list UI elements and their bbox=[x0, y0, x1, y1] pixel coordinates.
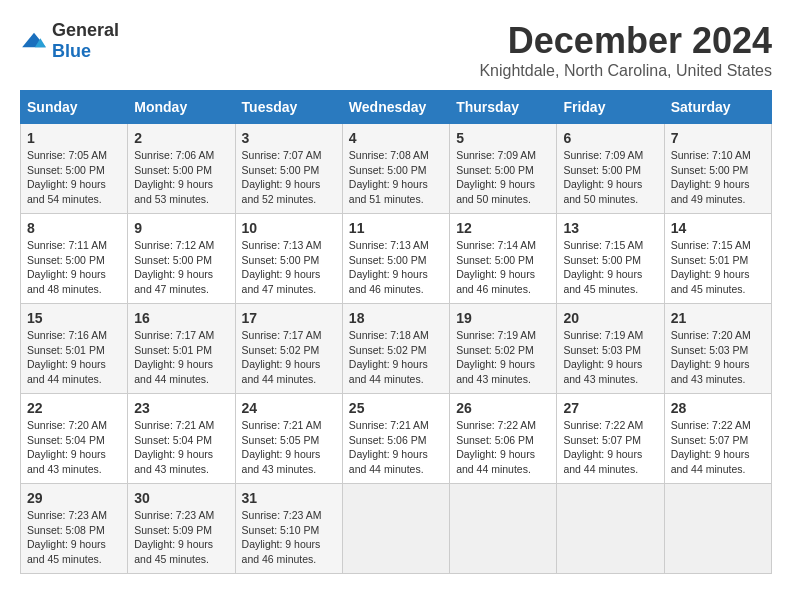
sunset-label: Sunset: 5:00 PM bbox=[671, 164, 749, 176]
sunset-label: Sunset: 5:00 PM bbox=[27, 164, 105, 176]
table-row: 7 Sunrise: 7:10 AM Sunset: 5:00 PM Dayli… bbox=[664, 124, 771, 214]
table-row: 29 Sunrise: 7:23 AM Sunset: 5:08 PM Dayl… bbox=[21, 484, 128, 574]
cell-info: Sunrise: 7:17 AM Sunset: 5:02 PM Dayligh… bbox=[242, 328, 336, 387]
sunset-label: Sunset: 5:06 PM bbox=[349, 434, 427, 446]
col-saturday: Saturday bbox=[664, 91, 771, 124]
table-row bbox=[557, 484, 664, 574]
table-row bbox=[664, 484, 771, 574]
cell-info: Sunrise: 7:10 AM Sunset: 5:00 PM Dayligh… bbox=[671, 148, 765, 207]
table-row: 8 Sunrise: 7:11 AM Sunset: 5:00 PM Dayli… bbox=[21, 214, 128, 304]
sunrise-label: Sunrise: 7:21 AM bbox=[242, 419, 322, 431]
table-row: 13 Sunrise: 7:15 AM Sunset: 5:00 PM Dayl… bbox=[557, 214, 664, 304]
table-row: 5 Sunrise: 7:09 AM Sunset: 5:00 PM Dayli… bbox=[450, 124, 557, 214]
daylight-label: Daylight: 9 hours and 50 minutes. bbox=[563, 178, 642, 205]
day-number: 24 bbox=[242, 400, 336, 416]
cell-info: Sunrise: 7:15 AM Sunset: 5:00 PM Dayligh… bbox=[563, 238, 657, 297]
daylight-label: Daylight: 9 hours and 43 minutes. bbox=[563, 358, 642, 385]
daylight-label: Daylight: 9 hours and 52 minutes. bbox=[242, 178, 321, 205]
sunset-label: Sunset: 5:09 PM bbox=[134, 524, 212, 536]
cell-info: Sunrise: 7:19 AM Sunset: 5:03 PM Dayligh… bbox=[563, 328, 657, 387]
day-number: 12 bbox=[456, 220, 550, 236]
day-number: 8 bbox=[27, 220, 121, 236]
table-row: 22 Sunrise: 7:20 AM Sunset: 5:04 PM Dayl… bbox=[21, 394, 128, 484]
sunrise-label: Sunrise: 7:20 AM bbox=[27, 419, 107, 431]
calendar-week-row: 1 Sunrise: 7:05 AM Sunset: 5:00 PM Dayli… bbox=[21, 124, 772, 214]
cell-info: Sunrise: 7:05 AM Sunset: 5:00 PM Dayligh… bbox=[27, 148, 121, 207]
sunset-label: Sunset: 5:00 PM bbox=[242, 164, 320, 176]
sunset-label: Sunset: 5:02 PM bbox=[242, 344, 320, 356]
day-number: 4 bbox=[349, 130, 443, 146]
table-row bbox=[450, 484, 557, 574]
cell-info: Sunrise: 7:21 AM Sunset: 5:04 PM Dayligh… bbox=[134, 418, 228, 477]
table-row: 1 Sunrise: 7:05 AM Sunset: 5:00 PM Dayli… bbox=[21, 124, 128, 214]
cell-info: Sunrise: 7:23 AM Sunset: 5:09 PM Dayligh… bbox=[134, 508, 228, 567]
daylight-label: Daylight: 9 hours and 44 minutes. bbox=[349, 448, 428, 475]
day-number: 10 bbox=[242, 220, 336, 236]
day-number: 6 bbox=[563, 130, 657, 146]
sunrise-label: Sunrise: 7:20 AM bbox=[671, 329, 751, 341]
calendar-header-row: Sunday Monday Tuesday Wednesday Thursday… bbox=[21, 91, 772, 124]
table-row: 3 Sunrise: 7:07 AM Sunset: 5:00 PM Dayli… bbox=[235, 124, 342, 214]
day-number: 5 bbox=[456, 130, 550, 146]
sunset-label: Sunset: 5:04 PM bbox=[134, 434, 212, 446]
daylight-label: Daylight: 9 hours and 46 minutes. bbox=[456, 268, 535, 295]
sunrise-label: Sunrise: 7:23 AM bbox=[27, 509, 107, 521]
day-number: 13 bbox=[563, 220, 657, 236]
daylight-label: Daylight: 9 hours and 43 minutes. bbox=[671, 358, 750, 385]
sunset-label: Sunset: 5:05 PM bbox=[242, 434, 320, 446]
cell-info: Sunrise: 7:13 AM Sunset: 5:00 PM Dayligh… bbox=[242, 238, 336, 297]
cell-info: Sunrise: 7:22 AM Sunset: 5:07 PM Dayligh… bbox=[563, 418, 657, 477]
calendar-week-row: 15 Sunrise: 7:16 AM Sunset: 5:01 PM Dayl… bbox=[21, 304, 772, 394]
daylight-label: Daylight: 9 hours and 45 minutes. bbox=[134, 538, 213, 565]
daylight-label: Daylight: 9 hours and 44 minutes. bbox=[242, 358, 321, 385]
sunrise-label: Sunrise: 7:21 AM bbox=[134, 419, 214, 431]
sunset-label: Sunset: 5:00 PM bbox=[563, 254, 641, 266]
day-number: 14 bbox=[671, 220, 765, 236]
sunset-label: Sunset: 5:10 PM bbox=[242, 524, 320, 536]
daylight-label: Daylight: 9 hours and 44 minutes. bbox=[349, 358, 428, 385]
daylight-label: Daylight: 9 hours and 45 minutes. bbox=[27, 538, 106, 565]
logo-icon bbox=[20, 31, 48, 51]
cell-info: Sunrise: 7:22 AM Sunset: 5:06 PM Dayligh… bbox=[456, 418, 550, 477]
cell-info: Sunrise: 7:09 AM Sunset: 5:00 PM Dayligh… bbox=[456, 148, 550, 207]
cell-info: Sunrise: 7:21 AM Sunset: 5:06 PM Dayligh… bbox=[349, 418, 443, 477]
col-tuesday: Tuesday bbox=[235, 91, 342, 124]
sunset-label: Sunset: 5:00 PM bbox=[349, 164, 427, 176]
sunset-label: Sunset: 5:00 PM bbox=[134, 164, 212, 176]
day-number: 1 bbox=[27, 130, 121, 146]
sunset-label: Sunset: 5:00 PM bbox=[563, 164, 641, 176]
day-number: 31 bbox=[242, 490, 336, 506]
sunrise-label: Sunrise: 7:10 AM bbox=[671, 149, 751, 161]
day-number: 29 bbox=[27, 490, 121, 506]
sunrise-label: Sunrise: 7:17 AM bbox=[242, 329, 322, 341]
daylight-label: Daylight: 9 hours and 46 minutes. bbox=[242, 538, 321, 565]
day-number: 20 bbox=[563, 310, 657, 326]
sunrise-label: Sunrise: 7:22 AM bbox=[456, 419, 536, 431]
cell-info: Sunrise: 7:18 AM Sunset: 5:02 PM Dayligh… bbox=[349, 328, 443, 387]
sunrise-label: Sunrise: 7:17 AM bbox=[134, 329, 214, 341]
cell-info: Sunrise: 7:21 AM Sunset: 5:05 PM Dayligh… bbox=[242, 418, 336, 477]
calendar-table: Sunday Monday Tuesday Wednesday Thursday… bbox=[20, 90, 772, 574]
cell-info: Sunrise: 7:19 AM Sunset: 5:02 PM Dayligh… bbox=[456, 328, 550, 387]
cell-info: Sunrise: 7:13 AM Sunset: 5:00 PM Dayligh… bbox=[349, 238, 443, 297]
sunrise-label: Sunrise: 7:09 AM bbox=[456, 149, 536, 161]
daylight-label: Daylight: 9 hours and 44 minutes. bbox=[134, 358, 213, 385]
col-friday: Friday bbox=[557, 91, 664, 124]
cell-info: Sunrise: 7:17 AM Sunset: 5:01 PM Dayligh… bbox=[134, 328, 228, 387]
sunset-label: Sunset: 5:04 PM bbox=[27, 434, 105, 446]
table-row: 23 Sunrise: 7:21 AM Sunset: 5:04 PM Dayl… bbox=[128, 394, 235, 484]
sunrise-label: Sunrise: 7:07 AM bbox=[242, 149, 322, 161]
sunrise-label: Sunrise: 7:05 AM bbox=[27, 149, 107, 161]
cell-info: Sunrise: 7:20 AM Sunset: 5:03 PM Dayligh… bbox=[671, 328, 765, 387]
table-row: 26 Sunrise: 7:22 AM Sunset: 5:06 PM Dayl… bbox=[450, 394, 557, 484]
cell-info: Sunrise: 7:09 AM Sunset: 5:00 PM Dayligh… bbox=[563, 148, 657, 207]
col-monday: Monday bbox=[128, 91, 235, 124]
sunset-label: Sunset: 5:08 PM bbox=[27, 524, 105, 536]
sunrise-label: Sunrise: 7:23 AM bbox=[134, 509, 214, 521]
cell-info: Sunrise: 7:15 AM Sunset: 5:01 PM Dayligh… bbox=[671, 238, 765, 297]
logo-text: General Blue bbox=[52, 20, 119, 62]
calendar-week-row: 22 Sunrise: 7:20 AM Sunset: 5:04 PM Dayl… bbox=[21, 394, 772, 484]
cell-info: Sunrise: 7:06 AM Sunset: 5:00 PM Dayligh… bbox=[134, 148, 228, 207]
cell-info: Sunrise: 7:22 AM Sunset: 5:07 PM Dayligh… bbox=[671, 418, 765, 477]
cell-info: Sunrise: 7:11 AM Sunset: 5:00 PM Dayligh… bbox=[27, 238, 121, 297]
